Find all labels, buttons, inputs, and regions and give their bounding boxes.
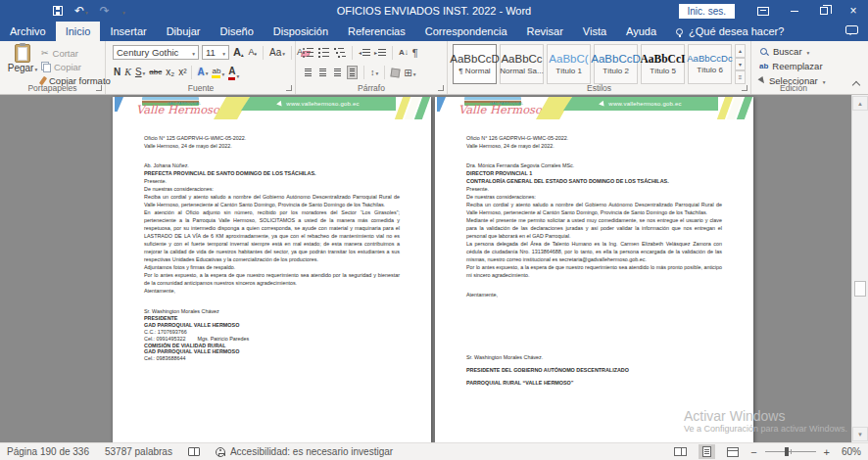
dialog-launcher-icon[interactable] [742, 85, 747, 91]
shrink-font-button[interactable]: A [247, 48, 258, 57]
tab-ayuda[interactable]: Ayuda [616, 22, 666, 41]
tab-diseno[interactable]: Diseño [211, 22, 264, 41]
group-estilos: AaBbCcD¶ Normal AaBbCcNormal Sa... AaBbC… [448, 41, 751, 94]
read-mode-button[interactable] [670, 445, 691, 458]
copy-button[interactable]: Copiar [41, 60, 111, 73]
shading-icon[interactable] [391, 68, 401, 77]
style-normal[interactable]: AaBbCcD¶ Normal [453, 44, 497, 84]
cut-button[interactable]: ✂Cortar [41, 46, 111, 60]
style-titulo-2[interactable]: AaBbCcDTítulo 2 [594, 44, 638, 84]
tab-dibujar[interactable]: Dibujar [157, 22, 211, 41]
tab-referencias[interactable]: Referencias [338, 22, 415, 41]
chevron-down-icon [375, 68, 379, 77]
web-layout-button[interactable] [723, 445, 743, 459]
font-size-combobox[interactable]: 11 [202, 45, 229, 60]
document-canvas[interactable]: GAD PARROQUIAL Valle Hermoso www.vallehe… [0, 95, 868, 442]
divider [191, 66, 192, 79]
signature-line: GAD PARROQUIAL VALLE HERMOSO [144, 348, 400, 355]
undo-button[interactable]: ↶ [74, 5, 88, 17]
page-2[interactable]: GAD PARROQUIAL Valle Hermoso www.vallehe… [435, 97, 753, 442]
save-icon [53, 6, 63, 16]
line-spacing-icon[interactable]: ↕ [370, 68, 378, 77]
page-header-banner: GAD PARROQUIAL Valle Hermoso www.vallehe… [113, 97, 431, 122]
multilevel-list-icon[interactable] [334, 48, 346, 58]
scroll-up-icon[interactable]: ▲ [852, 96, 868, 111]
redo-button[interactable]: ↷ [100, 5, 110, 17]
increase-indent-icon[interactable]: ▸ [374, 49, 386, 56]
scrollbar-thumb[interactable] [854, 281, 866, 297]
tell-me-search[interactable]: ¿Qué desea hacer? [666, 22, 794, 41]
ribbon-display-options-button[interactable] [750, 0, 780, 22]
italic-button[interactable]: K [123, 68, 132, 77]
zoom-level[interactable]: 60% [838, 446, 861, 457]
status-right-cluster: − + 60% [670, 444, 861, 459]
restore-button[interactable] [809, 0, 839, 22]
strikethrough-button[interactable]: abc [148, 69, 163, 76]
change-case-button[interactable]: Aa [268, 48, 286, 58]
paste-button[interactable]: Pegar [7, 44, 38, 73]
proofing-button[interactable] [188, 447, 200, 456]
ribbon-tab-strip: Archivo Inicio Insertar Dibujar Diseño D… [0, 22, 868, 41]
page-indicator[interactable]: Página 190 de 336 [7, 446, 89, 457]
zoom-slider-thumb[interactable] [785, 447, 789, 456]
dialog-launcher-icon[interactable] [438, 85, 444, 91]
zoom-slider[interactable] [765, 451, 816, 452]
collapse-ribbon-icon[interactable] [852, 81, 860, 89]
tab-inicio[interactable]: Inicio [56, 22, 101, 41]
tab-insertar[interactable]: Insertar [100, 22, 156, 41]
style-titulo-1[interactable]: AaBbC(Título 1 [547, 44, 591, 84]
tab-disposicion[interactable]: Disposición [264, 22, 338, 41]
style-normal-sangria[interactable]: AaBbCcNormal Sa... [500, 44, 544, 84]
minimize-button[interactable] [780, 0, 809, 22]
zoom-in-button[interactable]: + [824, 446, 830, 458]
style-titulo-6[interactable]: AaBbCcDcTítulo 6 [688, 44, 732, 84]
accessibility-status[interactable]: Accesibilidad: es necesario investigar [216, 446, 393, 457]
decrease-indent-icon[interactable]: ◂ [359, 49, 370, 56]
subscript-button[interactable]: x₂ [165, 68, 175, 77]
customize-qat-button[interactable] [121, 5, 125, 17]
bullet-list-icon[interactable] [303, 48, 314, 58]
zoom-out-button[interactable]: − [750, 446, 756, 458]
justify-icon[interactable] [347, 66, 358, 80]
styles-scroll-down-icon[interactable]: ▾ [735, 58, 746, 71]
replace-button[interactable]: abReemplazar [759, 61, 823, 71]
chevron-down-icon [221, 47, 225, 58]
bold-button[interactable]: N [113, 68, 121, 77]
pilcrow-icon[interactable]: ¶ [412, 47, 418, 59]
tab-correspondencia[interactable]: Correspondencia [415, 22, 517, 41]
sign-in-button[interactable]: Inic. ses. [679, 4, 735, 19]
superscript-button[interactable]: x² [177, 68, 187, 77]
styles-scroll-up-icon[interactable]: ▴ [735, 44, 746, 58]
style-titulo-5[interactable]: AaBbCcITítulo 5 [641, 44, 685, 84]
sort-icon[interactable]: A↓ [399, 48, 409, 57]
numbered-list-icon[interactable] [318, 48, 330, 58]
underline-button[interactable]: S [134, 68, 146, 77]
tab-vista[interactable]: Vista [573, 22, 616, 41]
align-left-icon[interactable] [303, 67, 313, 79]
save-button[interactable] [53, 6, 63, 16]
dialog-launcher-icon[interactable] [96, 85, 102, 91]
print-layout-button[interactable] [699, 444, 715, 459]
tab-revisar[interactable]: Revisar [517, 22, 573, 41]
dialog-launcher-icon[interactable] [286, 85, 292, 91]
grow-font-button[interactable]: A [232, 47, 244, 58]
comments-icon[interactable] [845, 25, 858, 34]
align-center-icon[interactable] [317, 67, 328, 79]
find-button[interactable]: Buscar [759, 46, 809, 57]
font-name-combobox[interactable]: Century Gothic [113, 45, 199, 60]
signature-line: GAD PARROQUIAL VALLE HERMOSO [144, 322, 400, 329]
text-effects-button[interactable]: A [196, 68, 209, 77]
highlight-color-button[interactable]: ab [211, 67, 225, 79]
align-right-icon[interactable] [332, 67, 343, 79]
borders-icon[interactable]: ⊞ [404, 68, 415, 78]
font-color-button[interactable]: A [227, 66, 240, 80]
page-1[interactable]: GAD PARROQUIAL Valle Hermoso www.vallehe… [113, 97, 431, 442]
word-count[interactable]: 53787 palabras [105, 446, 172, 457]
close-button[interactable]: × [839, 0, 868, 22]
scroll-down-icon[interactable]: ▼ [852, 427, 868, 441]
signature-line: COMISIÓN DE VIALIDAD RURAL [144, 343, 400, 349]
recipient-line: DIRECTOR PROVINCIAL 1 [466, 169, 722, 177]
tab-archivo[interactable]: Archivo [0, 22, 56, 41]
vertical-scrollbar[interactable]: ▲ ▼ [851, 95, 868, 442]
styles-more-icon[interactable]: ≡ [735, 70, 746, 84]
